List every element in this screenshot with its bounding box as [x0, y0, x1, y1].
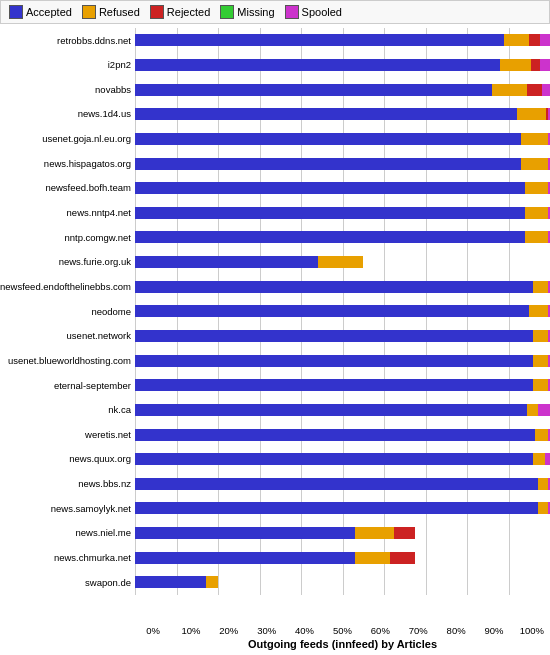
- missing-swatch: [220, 5, 234, 19]
- bar-row: 7693233: [135, 402, 550, 418]
- spooled-legend-label: Spooled: [302, 6, 342, 18]
- bar-track: 7578203: [135, 502, 550, 514]
- accepted-segment: [135, 355, 533, 367]
- x-tick: 90%: [476, 625, 512, 636]
- x-tick: 10%: [173, 625, 209, 636]
- y-label: swapon.de: [0, 578, 131, 588]
- y-label: usenet.network: [0, 331, 131, 341]
- accepted-segment: [135, 379, 533, 391]
- y-label: weretis.net: [0, 430, 131, 440]
- refused-segment: [538, 478, 548, 490]
- accepted-segment: [135, 207, 525, 219]
- refused-segment: [525, 207, 548, 219]
- rejected-segment: [394, 527, 415, 539]
- bar-track: 7526475: [135, 182, 550, 194]
- x-tick: 80%: [438, 625, 474, 636]
- refused-segment: [533, 453, 545, 465]
- x-tick: 40%: [287, 625, 323, 636]
- refused-segment: [504, 34, 529, 46]
- y-label: nk.ca: [0, 405, 131, 415]
- y-label: news.bbs.nz: [0, 479, 131, 489]
- refused-segment: [521, 158, 548, 170]
- bar-track: 7203222: [135, 453, 550, 465]
- bar-row: 7644518: [135, 156, 550, 172]
- chart-title: Outgoing feeds (innfeed) by Articles: [135, 638, 550, 650]
- refused-segment: [529, 305, 548, 317]
- rejected-swatch: [150, 5, 164, 19]
- bar-track: 6443235: [135, 355, 550, 367]
- bar-row: 7526475: [135, 180, 550, 196]
- bar-track: 70065450: [135, 59, 550, 71]
- bar-row: 2164172: [135, 550, 550, 566]
- y-label: retrobbs.ddns.net: [0, 36, 131, 46]
- bar-track: 72746698: [135, 34, 550, 46]
- bar-row: 7650612: [135, 106, 550, 122]
- refused-segment: [492, 84, 527, 96]
- bar-row: 72746698: [135, 32, 550, 48]
- bar-track: 2505466: [135, 207, 550, 219]
- refused-segment: [525, 231, 548, 243]
- x-tick: 20%: [211, 625, 247, 636]
- bar-track: 5928235: [135, 379, 550, 391]
- bar-row: 6443235: [135, 353, 550, 369]
- spooled-segment: [545, 453, 550, 465]
- bar-row: 7578203: [135, 500, 550, 516]
- accepted-segment: [135, 182, 525, 194]
- y-label: novabbs: [0, 85, 131, 95]
- accepted-segment: [135, 59, 500, 71]
- rejected-segment: [390, 552, 415, 564]
- accepted-segment: [135, 133, 521, 145]
- refused-segment: [517, 108, 546, 120]
- accepted-segment: [135, 330, 533, 342]
- legend-item-rejected: Rejected: [150, 5, 210, 19]
- bar-row: 3551453: [135, 254, 550, 270]
- spooled-segment: [540, 59, 550, 71]
- y-label: newsfeed.bofh.team: [0, 183, 131, 193]
- bar-row: 6416319: [135, 303, 550, 319]
- bar-track: 3551453: [135, 256, 550, 268]
- bar-row: 72704014: [135, 82, 550, 98]
- legend-item-spooled: Spooled: [285, 5, 342, 19]
- accepted-segment: [135, 34, 504, 46]
- x-tick: 50%: [324, 625, 360, 636]
- refused-segment: [318, 256, 364, 268]
- bar-row: 2111184: [135, 525, 550, 541]
- accepted-swatch: [9, 5, 23, 19]
- bar-row: 7203222: [135, 451, 550, 467]
- bar-track: 7546351: [135, 281, 550, 293]
- chart-container: AcceptedRefusedRejectedMissingSpooled re…: [0, 0, 550, 655]
- y-label: news.1d4.us: [0, 109, 131, 119]
- x-tick: 0%: [135, 625, 171, 636]
- accepted-segment: [135, 256, 318, 268]
- refused-segment: [206, 576, 218, 588]
- y-label: usenet.goja.nl.eu.org: [0, 134, 131, 144]
- legend-item-missing: Missing: [220, 5, 274, 19]
- bar-row: 70065450: [135, 57, 550, 73]
- refused-segment: [533, 355, 548, 367]
- accepted-segment: [135, 453, 533, 465]
- refused-segment: [500, 59, 531, 71]
- accepted-segment: [135, 429, 535, 441]
- refused-segment: [533, 281, 548, 293]
- y-label: i2pn2: [0, 60, 131, 70]
- accepted-segment: [135, 552, 355, 564]
- x-tick: 100%: [514, 625, 550, 636]
- bar-track: 7136543: [135, 133, 550, 145]
- y-label: news.nntp4.net: [0, 208, 131, 218]
- bar-row: 7136543: [135, 131, 550, 147]
- bar-row: 5892225: [135, 427, 550, 443]
- y-label: news.niel.me: [0, 528, 131, 538]
- accepted-segment: [135, 404, 527, 416]
- legend-item-accepted: Accepted: [9, 5, 72, 19]
- bar-track: 7260297: [135, 330, 550, 342]
- refused-segment: [533, 379, 548, 391]
- refused-segment: [535, 429, 547, 441]
- bar-track: 7693233: [135, 404, 550, 416]
- accepted-legend-label: Accepted: [26, 6, 72, 18]
- y-label: news.quux.org: [0, 454, 131, 464]
- x-tick: 60%: [362, 625, 398, 636]
- accepted-segment: [135, 158, 521, 170]
- y-label: news.furie.org.uk: [0, 257, 131, 267]
- bar-track: 7262464: [135, 231, 550, 243]
- rejected-legend-label: Rejected: [167, 6, 210, 18]
